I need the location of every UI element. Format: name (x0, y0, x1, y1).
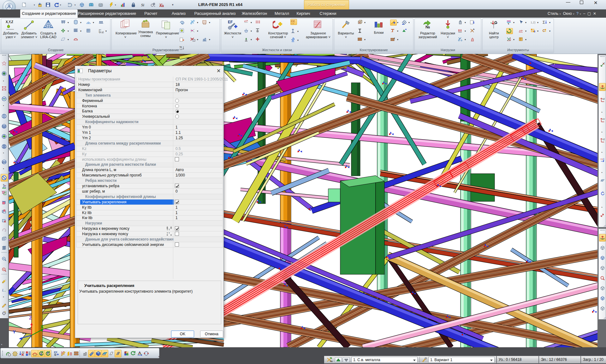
svg-text:12: 12 (22, 351, 24, 354)
svg-text:YZ: YZ (602, 138, 605, 140)
svg-text:f(x,y): f(x,y) (99, 31, 104, 33)
svg-text:Z: Z (29, 315, 32, 320)
svg-text:YX: YX (600, 158, 603, 160)
svg-text:1 2: 1 2 (291, 22, 294, 24)
svg-text:1,2): 1,2) (531, 21, 536, 24)
svg-text:Y: Y (13, 329, 16, 334)
svg-text:EF: EF (54, 351, 57, 354)
svg-text:XZ: XZ (602, 98, 605, 100)
svg-text:EF: EF (228, 20, 233, 24)
svg-text:X: X (40, 324, 44, 329)
svg-text:C: C (543, 29, 545, 33)
svg-text:T T: T T (167, 229, 170, 231)
svg-text:XY: XY (602, 118, 605, 120)
svg-text:№: № (330, 360, 333, 363)
svg-text:z=: z= (99, 29, 101, 31)
svg-text:G: G (494, 21, 497, 25)
svg-text:X,Y,Z: X,Y,Z (6, 20, 13, 24)
svg-text:£: £ (394, 37, 395, 39)
svg-text:Σ: Σ (543, 20, 545, 25)
svg-text:T T: T T (167, 232, 170, 234)
svg-text:Aa: Aa (159, 4, 164, 7)
svg-text:L: L (2, 288, 4, 292)
svg-text:№: № (180, 46, 182, 48)
svg-text:EF: EF (3, 161, 6, 164)
svg-text:Si: Si (141, 3, 145, 7)
svg-text:1.2: 1.2 (33, 354, 36, 356)
svg-text:№: № (425, 25, 430, 29)
svg-text:z: z (603, 191, 604, 193)
